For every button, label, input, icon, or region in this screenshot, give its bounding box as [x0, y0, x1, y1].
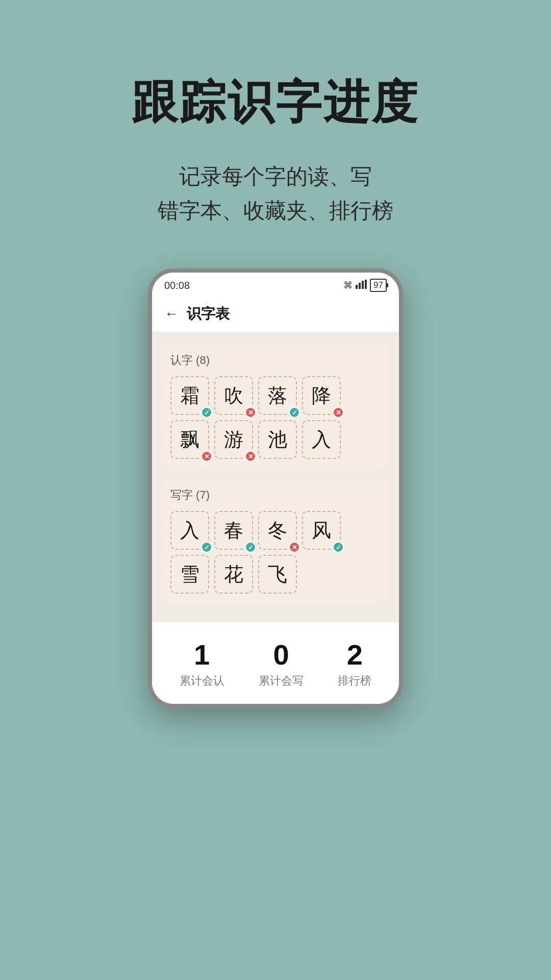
write-label: 写字 (7) — [170, 487, 381, 503]
char-春[interactable]: 春 ✓ — [214, 511, 253, 550]
badge-wrong: ✕ — [245, 451, 256, 462]
stat-write-number: 0 — [259, 641, 304, 669]
recognize-label: 认字 (8) — [170, 353, 381, 368]
write-grid: 入 ✓ 春 ✓ 冬 ✕ 风 ✓ — [170, 511, 381, 594]
badge-correct: ✓ — [289, 407, 300, 418]
phone-mockup: 00:08 ⌘ 97 ← 识字表 — [0, 268, 551, 708]
status-bar: 00:08 ⌘ 97 — [152, 273, 399, 296]
badge-correct: ✓ — [201, 542, 212, 553]
char-游[interactable]: 游 ✕ — [214, 420, 253, 459]
badge-correct: ✓ — [201, 407, 212, 418]
char-飘[interactable]: 飘 ✕ — [170, 420, 209, 459]
char-风[interactable]: 风 ✓ — [302, 511, 341, 550]
char-冬[interactable]: 冬 ✕ — [258, 511, 297, 550]
svg-rect-1 — [359, 283, 361, 289]
char-入[interactable]: 入 — [302, 420, 341, 459]
stat-recognize: 1 累计会认 — [180, 641, 224, 689]
stats-panel: 1 累计会认 0 累计会写 2 排行榜 — [152, 622, 399, 704]
badge-correct: ✓ — [245, 542, 256, 553]
phone-content: 认字 (8) 霜 ✓ 吹 ✕ 落 ✓ — [152, 332, 399, 622]
badge-wrong: ✕ — [333, 407, 344, 418]
nav-title: 识字表 — [187, 304, 230, 324]
phone-frame: 00:08 ⌘ 97 ← 识字表 — [148, 268, 403, 708]
badge-wrong: ✕ — [245, 407, 256, 418]
stat-recognize-label: 累计会认 — [180, 673, 224, 689]
subtitle: 记录每个字的读、写 错字本、收藏夹、排行榜 — [0, 159, 551, 228]
char-吹[interactable]: 吹 ✕ — [214, 376, 253, 415]
subtitle-line1: 记录每个字的读、写 — [179, 164, 372, 188]
stat-write-label: 累计会写 — [259, 673, 304, 689]
char-雪[interactable]: 雪 — [170, 555, 209, 594]
stat-rank-number: 2 — [338, 641, 371, 669]
stat-write: 0 累计会写 — [259, 641, 304, 689]
char-池[interactable]: 池 — [258, 420, 297, 459]
header-section: 跟踪识字进度 记录每个字的读、写 错字本、收藏夹、排行榜 — [0, 0, 551, 258]
nav-bar: ← 识字表 — [152, 296, 399, 332]
char-降[interactable]: 降 ✕ — [302, 376, 341, 415]
stat-rank-label: 排行榜 — [338, 673, 371, 689]
battery-status: 97 — [370, 279, 387, 292]
badge-wrong: ✕ — [289, 542, 300, 553]
subtitle-line2: 错字本、收藏夹、排行榜 — [158, 199, 393, 223]
recognize-section: 认字 (8) 霜 ✓ 吹 ✕ 落 ✓ — [160, 342, 391, 469]
char-花[interactable]: 花 — [214, 555, 253, 594]
stat-rank: 2 排行榜 — [338, 641, 371, 689]
char-入2[interactable]: 入 ✓ — [170, 511, 209, 550]
stat-recognize-number: 1 — [180, 641, 224, 669]
back-button[interactable]: ← — [164, 306, 179, 322]
write-section: 写字 (7) 入 ✓ 春 ✓ 冬 ✕ — [160, 477, 391, 604]
status-time: 00:08 — [164, 280, 190, 291]
svg-rect-3 — [365, 280, 367, 289]
svg-rect-2 — [362, 281, 364, 289]
page-title: 跟踪识字进度 — [0, 71, 551, 134]
char-霜[interactable]: 霜 ✓ — [170, 376, 209, 415]
badge-correct: ✓ — [333, 542, 344, 553]
wifi-icon: ⌘ — [343, 280, 353, 291]
badge-wrong: ✕ — [201, 451, 212, 462]
svg-rect-0 — [356, 285, 358, 289]
signal-icon — [356, 280, 367, 291]
status-icons: ⌘ 97 — [343, 279, 387, 292]
char-飞[interactable]: 飞 — [258, 555, 297, 594]
recognize-grid: 霜 ✓ 吹 ✕ 落 ✓ 降 ✕ — [170, 376, 381, 459]
char-落[interactable]: 落 ✓ — [258, 376, 297, 415]
